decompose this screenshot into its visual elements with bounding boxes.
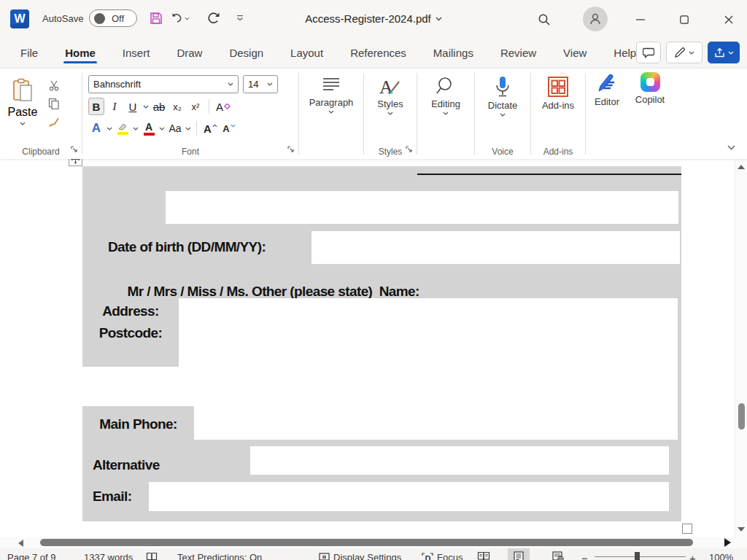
chevron-down-icon[interactable] <box>143 105 149 109</box>
voice-group: Dictate Voice <box>475 69 530 159</box>
clipboard-dialog-launcher[interactable] <box>71 143 78 156</box>
scroll-up-arrow[interactable] <box>738 165 745 169</box>
comments-button[interactable] <box>636 42 661 63</box>
vertical-scrollbar[interactable] <box>735 159 747 537</box>
font-size-value: 14 <box>248 79 258 90</box>
tab-layout[interactable]: Layout <box>287 41 326 65</box>
editor-button[interactable]: Editor <box>586 69 628 159</box>
chevron-down-icon <box>500 113 506 117</box>
voice-group-label: Voice <box>475 147 530 157</box>
address-input-field[interactable] <box>179 298 678 440</box>
scroll-left-arrow[interactable] <box>18 540 23 547</box>
strikethrough-button[interactable]: ab <box>151 98 167 115</box>
tab-home[interactable]: Home <box>62 41 98 65</box>
tab-insert[interactable]: Insert <box>120 41 153 65</box>
paragraph-button[interactable]: Paragraph <box>299 72 363 114</box>
bold-button[interactable]: B <box>88 98 104 115</box>
customize-quick-access-button[interactable] <box>231 9 249 28</box>
underline-button[interactable]: U <box>125 98 141 115</box>
editing-mode-button[interactable] <box>666 42 703 63</box>
name-input-field[interactable] <box>166 191 678 224</box>
dictate-button[interactable]: Dictate <box>475 72 530 117</box>
save-button[interactable] <box>147 9 166 28</box>
document-title-button[interactable]: Access-Register-2024.pdf <box>305 12 442 25</box>
tab-draw[interactable]: Draw <box>174 41 205 65</box>
change-case-button[interactable]: Aa <box>167 120 183 137</box>
tab-mailings[interactable]: Mailings <box>430 41 476 65</box>
clear-formatting-button[interactable]: A <box>214 98 232 115</box>
zoom-out-button[interactable]: − <box>581 552 588 560</box>
chevron-down-icon[interactable] <box>185 127 191 131</box>
chevron-down-icon[interactable] <box>159 127 165 131</box>
highlight-button[interactable] <box>115 120 131 137</box>
copy-button[interactable] <box>45 98 63 109</box>
zoom-level[interactable]: 100% <box>709 552 733 560</box>
tab-file[interactable]: File <box>18 41 41 65</box>
search-button[interactable] <box>535 10 554 29</box>
zoom-slider-track[interactable] <box>595 556 686 557</box>
redo-button[interactable] <box>204 9 223 28</box>
dob-input-field[interactable] <box>311 231 680 264</box>
font-color-button[interactable]: A <box>141 120 157 137</box>
text-predictions[interactable]: Text Predictions: On <box>177 552 262 560</box>
italic-button[interactable]: I <box>107 98 123 115</box>
shrink-font-button[interactable]: A <box>221 120 237 137</box>
font-size-combobox[interactable]: 14 <box>243 75 278 93</box>
autosave-toggle[interactable]: Off <box>89 9 137 27</box>
alternative-phone-input-field[interactable] <box>250 446 669 475</box>
maximize-button[interactable] <box>675 10 694 29</box>
display-settings[interactable]: Display Settings <box>319 552 401 560</box>
chevron-down-icon[interactable] <box>107 127 112 131</box>
tab-view[interactable]: View <box>560 41 589 65</box>
word-count[interactable]: 1337 words <box>84 552 133 560</box>
addins-group: Add-ins Add-ins <box>531 69 585 159</box>
table-resize-handle[interactable] <box>682 524 692 534</box>
chevron-down-icon <box>436 17 442 21</box>
close-icon <box>724 15 733 24</box>
editor-label: Editor <box>595 96 619 107</box>
horizontal-scrollbar[interactable] <box>0 537 747 548</box>
collapse-ribbon-button[interactable] <box>727 140 735 153</box>
tab-design[interactable]: Design <box>226 41 266 65</box>
print-layout-icon <box>514 551 524 560</box>
font-group: Bahnschrift 14 B I U ab x₂ x² A <box>82 69 298 159</box>
paste-button[interactable]: Paste <box>0 72 45 128</box>
subscript-button[interactable]: x₂ <box>169 98 185 115</box>
scroll-down-arrow[interactable] <box>738 527 745 532</box>
cut-button[interactable] <box>45 79 63 91</box>
read-mode-button[interactable] <box>473 548 495 560</box>
styles-button[interactable]: A Styles <box>364 72 417 115</box>
tab-references[interactable]: References <box>347 41 409 65</box>
account-avatar[interactable] <box>583 7 608 31</box>
vertical-scroll-thumb[interactable] <box>738 403 745 429</box>
undo-button[interactable] <box>171 9 190 28</box>
format-painter-button[interactable] <box>45 116 63 128</box>
document-canvas[interactable]: Date of birth (DD/MM/YY): Mr / Mrs / Mis… <box>0 159 747 537</box>
superscript-button[interactable]: x² <box>187 98 204 115</box>
horizontal-scroll-thumb[interactable] <box>40 539 693 546</box>
zoom-in-button[interactable]: + <box>689 552 696 560</box>
share-button[interactable] <box>708 42 740 63</box>
proofing-status[interactable] <box>146 552 158 560</box>
grow-font-button[interactable]: A <box>202 120 219 137</box>
tab-help[interactable]: Help <box>611 41 639 65</box>
addins-button[interactable]: Add-ins <box>531 72 585 111</box>
text-effects-button[interactable]: A <box>88 120 104 137</box>
copilot-button[interactable]: Copilot <box>628 69 672 159</box>
editing-button[interactable]: Editing <box>417 72 474 115</box>
email-input-field[interactable] <box>149 482 669 511</box>
page-indicator[interactable]: Page 7 of 9 <box>7 552 56 560</box>
font-name-combobox[interactable]: Bahnschrift <box>88 75 239 93</box>
clipboard-group-label: Clipboard <box>0 147 82 157</box>
scroll-right-arrow[interactable] <box>724 538 731 547</box>
font-dialog-launcher[interactable] <box>287 143 295 156</box>
chevron-down-icon[interactable] <box>133 127 139 131</box>
tab-review[interactable]: Review <box>498 41 539 65</box>
focus-mode[interactable]: D Focus <box>422 552 462 560</box>
zoom-slider-thumb[interactable] <box>635 552 640 560</box>
minimize-button[interactable] <box>631 10 650 29</box>
close-button[interactable] <box>719 10 738 29</box>
styles-dialog-launcher[interactable] <box>406 143 413 156</box>
web-layout-button[interactable] <box>547 548 569 560</box>
print-layout-button[interactable] <box>508 548 530 560</box>
